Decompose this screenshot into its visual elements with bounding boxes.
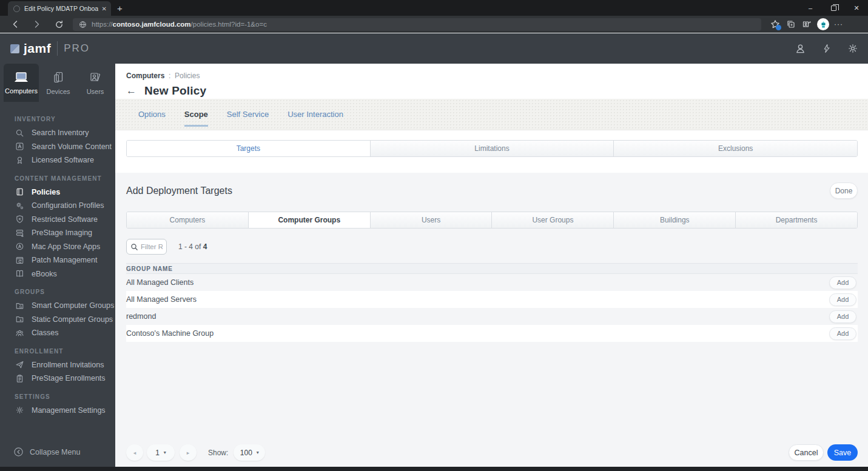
save-button[interactable]: Save <box>827 444 858 461</box>
cancel-button[interactable]: Cancel <box>789 444 824 461</box>
page-select[interactable]: 1▾ <box>147 444 175 461</box>
minimize-button[interactable]: – <box>799 0 822 16</box>
tab-scope[interactable]: Scope <box>184 99 208 130</box>
target-tab-departments[interactable]: Departments <box>735 212 857 228</box>
sidebar-item-policies[interactable]: Policies <box>0 185 115 199</box>
tab-user-interaction[interactable]: User Interaction <box>288 99 343 130</box>
sidebar-item-search-volume-content[interactable]: Search Volume Content <box>0 140 115 154</box>
restore-button[interactable] <box>822 0 845 16</box>
sidebar-item-enrollment-invitations[interactable]: Enrollment Invitations <box>0 358 115 372</box>
add-button[interactable]: Add <box>829 293 856 306</box>
add-button[interactable]: Add <box>829 276 856 289</box>
notifications-bolt-icon[interactable] <box>822 43 832 54</box>
pagination: ◂ 1▾ ▸ Show: 100▾ <box>126 444 265 461</box>
back-arrow-icon[interactable]: ← <box>126 85 136 97</box>
devices-icon <box>52 71 65 84</box>
page-size-select[interactable]: 100▾ <box>234 444 265 461</box>
page-number: 1 <box>155 449 160 457</box>
sidebar-item-search-inventory[interactable]: Search Inventory <box>0 126 115 140</box>
page-size-value: 100 <box>240 449 252 457</box>
section-header-enrollment: ENROLLMENT <box>0 340 115 358</box>
tab-self-service[interactable]: Self Service <box>227 99 269 130</box>
target-tab-users[interactable]: Users <box>370 212 492 228</box>
segment-limitations[interactable]: Limitations <box>370 141 614 156</box>
add-button[interactable]: Add <box>829 327 856 340</box>
target-tab-buildings[interactable]: Buildings <box>613 212 735 228</box>
sidebar-item-prestage-enrollments[interactable]: PreStage Enrollments <box>0 372 115 386</box>
nav-devices[interactable]: Devices <box>41 64 76 102</box>
close-window-button[interactable]: ✕ <box>845 0 868 16</box>
scope-segments: Targets Limitations Exclusions <box>126 140 858 157</box>
sidebar-item-management-settings[interactable]: Management Settings <box>0 404 115 418</box>
users-icon <box>89 71 102 84</box>
sidebar-item-configuration-profiles[interactable]: Configuration Profiles <box>0 199 115 213</box>
breadcrumb-policies[interactable]: Policies <box>175 72 200 80</box>
share-person-icon[interactable] <box>799 19 815 29</box>
nav-users[interactable]: Users <box>78 64 113 102</box>
brand-name: jamf <box>24 41 51 56</box>
url-host: contoso.jamfcloud.com <box>113 21 191 28</box>
sidebar-item-label: Search Inventory <box>32 129 89 137</box>
group-name: All Managed Servers <box>126 295 197 304</box>
tab-label: Scope <box>184 110 208 119</box>
jamf-logo: jamf PRO <box>10 41 90 56</box>
sidebar-item-classes[interactable]: Classes <box>0 326 115 340</box>
search-icon <box>130 243 138 251</box>
next-page-button[interactable]: ▸ <box>180 444 197 461</box>
sidebar-item-mac-app-store-apps[interactable]: Mac App Store Apps <box>0 240 115 254</box>
sidebar-item-static-computer-groups[interactable]: Static Computer Groups <box>0 313 115 327</box>
address-bar[interactable]: https://contoso.jamfcloud.com/policies.h… <box>73 18 761 31</box>
groups-table: GROUP NAME All Managed Clients Add All M… <box>126 263 858 342</box>
new-tab-button[interactable]: + <box>117 3 123 13</box>
nav-computers[interactable]: Computers <box>4 64 39 102</box>
app-store-icon <box>15 242 25 251</box>
sidebar-item-label: Smart Computer Groups <box>32 301 114 310</box>
paper-plane-icon <box>15 360 25 369</box>
filter-input[interactable] <box>141 243 163 250</box>
back-icon[interactable] <box>8 19 22 29</box>
tab-options[interactable]: Options <box>138 99 166 130</box>
target-tab-user-groups[interactable]: User Groups <box>491 212 613 228</box>
profile-avatar[interactable] <box>817 18 829 30</box>
collapse-menu-button[interactable]: Collapse Menu <box>0 447 115 467</box>
close-tab-icon[interactable]: ✕ <box>102 5 107 12</box>
account-icon[interactable] <box>795 43 806 55</box>
sidebar-menu: INVENTORY Search Inventory Search Volume… <box>0 102 115 447</box>
restore-icon <box>831 5 836 11</box>
browser-tab[interactable]: Edit Policy MDATP Onboarding C ✕ <box>8 1 111 16</box>
collapse-menu-label: Collapse Menu <box>30 448 80 456</box>
segment-targets[interactable]: Targets <box>127 141 370 156</box>
target-type-tabs: Computers Computer Groups Users User Gro… <box>126 212 858 229</box>
volume-content-icon <box>15 142 25 151</box>
sidebar-item-label: eBooks <box>32 270 57 278</box>
sidebar-item-patch-management[interactable]: Patch Management <box>0 253 115 267</box>
forward-icon[interactable] <box>30 19 44 29</box>
gears-icon <box>15 201 25 210</box>
breadcrumb-computers[interactable]: Computers <box>126 72 164 80</box>
sidebar-item-smart-computer-groups[interactable]: Smart Computer Groups <box>0 299 115 313</box>
refresh-icon[interactable] <box>52 20 66 29</box>
segment-exclusions[interactable]: Exclusions <box>613 141 857 156</box>
chevron-down-icon: ▾ <box>257 450 259 455</box>
collections-icon[interactable] <box>783 19 799 29</box>
sidebar-item-licensed-software[interactable]: Licensed Software <box>0 153 115 167</box>
favorites-star-icon[interactable] <box>767 19 783 29</box>
book-icon <box>15 269 25 278</box>
target-tab-computers[interactable]: Computers <box>127 212 248 228</box>
prev-page-button[interactable]: ◂ <box>126 444 143 461</box>
add-button[interactable]: Add <box>829 310 856 323</box>
license-ribbon-icon <box>15 156 25 165</box>
results-count: 1 - 4 of 4 <box>178 242 207 251</box>
browser-menu-icon[interactable]: ··· <box>834 20 843 28</box>
group-name: All Managed Clients <box>126 278 193 287</box>
settings-gear-icon[interactable] <box>847 43 858 54</box>
group-name: redmond <box>126 312 156 321</box>
sidebar-item-ebooks[interactable]: eBooks <box>0 267 115 281</box>
window-bottom-edge <box>0 467 868 471</box>
sidebar-item-prestage-imaging[interactable]: PreStage Imaging <box>0 226 115 240</box>
sidebar-item-label: Patch Management <box>32 256 97 264</box>
target-tab-computer-groups[interactable]: Computer Groups <box>248 212 370 228</box>
done-button[interactable]: Done <box>830 182 858 199</box>
sidebar-item-restricted-software[interactable]: Restricted Software <box>0 213 115 227</box>
sidebar: Computers Devices Users INVENTORY Search… <box>0 64 115 467</box>
